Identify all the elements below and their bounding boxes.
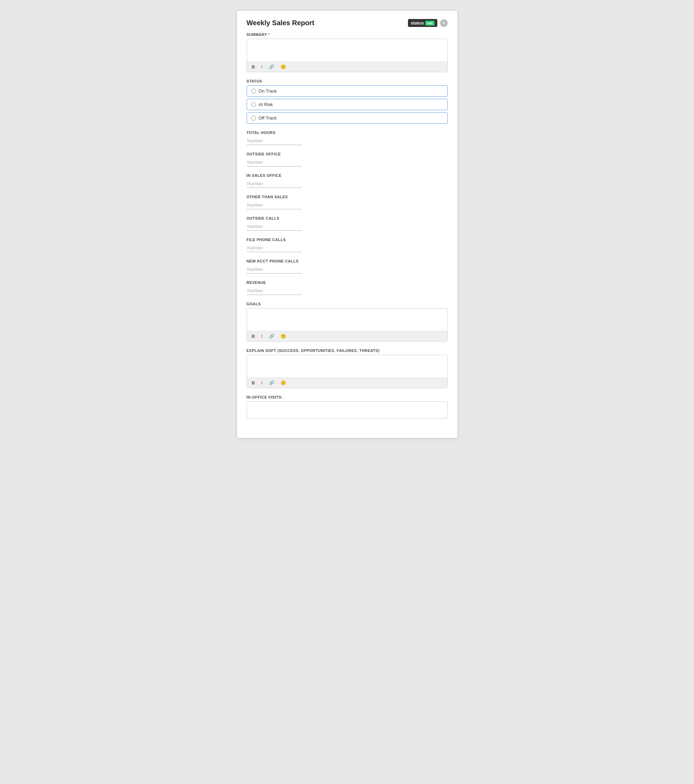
in-sales-office-label: IN SALES OFFICE <box>247 173 448 178</box>
file-phone-calls-input[interactable] <box>247 244 302 252</box>
in-sales-office-field-group: IN SALES OFFICE <box>247 173 448 188</box>
goals-field-group: GOALS B I 🔗 🙂 <box>247 302 448 342</box>
status-field-group: STATUS On Track At Risk Off Track <box>247 79 448 124</box>
goals-italic-button[interactable]: I <box>260 333 264 339</box>
outside-calls-field-group: OUTSIDE CALLS <box>247 216 448 231</box>
goals-link-button[interactable]: 🔗 <box>267 333 276 339</box>
outside-office-input[interactable] <box>247 158 302 166</box>
other-than-sales-field-group: OTHER THAN SALES <box>247 195 448 209</box>
outside-office-input-wrapper <box>247 158 302 166</box>
explain-soft-emoji-button[interactable]: 🙂 <box>279 380 287 386</box>
in-sales-office-input[interactable] <box>247 180 302 188</box>
close-button[interactable]: × <box>440 19 448 27</box>
status-at-risk-label[interactable]: At Risk <box>259 102 273 107</box>
outside-office-label: OUTSIDE OFFICE <box>247 152 448 156</box>
in-office-visits-field-group: IN-OFFICE VISITS: <box>247 395 448 420</box>
revenue-input-wrapper <box>247 287 302 295</box>
explain-soft-label: EXPLAIN SOFT (SUCCESS, OPPORTUNITIES, FA… <box>247 349 448 352</box>
file-phone-calls-label: FILE PHONE CALLS <box>247 238 448 242</box>
outside-calls-input-wrapper <box>247 222 302 231</box>
explain-soft-rich-text: B I 🔗 🙂 <box>247 355 448 388</box>
explain-soft-italic-button[interactable]: I <box>260 380 264 386</box>
new-acct-phone-calls-input-wrapper <box>247 265 302 273</box>
new-acct-phone-calls-field-group: NEW ACCT PHONE CALLS <box>247 259 448 273</box>
other-than-sales-label: OTHER THAN SALES <box>247 195 448 199</box>
explain-soft-textarea[interactable] <box>247 355 447 376</box>
explain-soft-field-group: EXPLAIN SOFT (SUCCESS, OPPORTUNITIES, FA… <box>247 349 448 388</box>
status-option-off-track[interactable]: Off Track <box>247 112 448 124</box>
status-label: STATUS <box>247 79 448 83</box>
status-option-at-risk[interactable]: At Risk <box>247 99 448 110</box>
explain-soft-link-button[interactable]: 🔗 <box>267 380 276 386</box>
goals-label: GOALS <box>247 302 448 306</box>
status-label: status <box>411 20 424 26</box>
summary-textarea[interactable] <box>247 39 447 60</box>
goals-rich-text: B I 🔗 🙂 <box>247 308 448 342</box>
goals-bold-button[interactable]: B <box>251 333 256 339</box>
in-sales-office-input-wrapper <box>247 180 302 188</box>
status-radio-off-track[interactable] <box>251 116 256 120</box>
revenue-input[interactable] <box>247 287 302 295</box>
other-than-sales-input-wrapper <box>247 201 302 209</box>
file-phone-calls-input-wrapper <box>247 244 302 252</box>
explain-soft-bold-button[interactable]: B <box>251 380 256 386</box>
revenue-field-group: REVENUE <box>247 280 448 295</box>
modal-container: Weekly Sales Report status net × SUMMARY… <box>237 10 458 438</box>
summary-rich-text: B I 🔗 🙂 <box>247 39 448 72</box>
goals-emoji-button[interactable]: 🙂 <box>279 333 287 339</box>
new-acct-phone-calls-input[interactable] <box>247 265 302 273</box>
status-option-on-track[interactable]: On Track <box>247 85 448 97</box>
status-on-track-label[interactable]: On Track <box>259 89 277 94</box>
summary-bold-button[interactable]: B <box>251 64 256 70</box>
summary-italic-button[interactable]: I <box>260 64 264 70</box>
file-phone-calls-field-group: FILE PHONE CALLS <box>247 238 448 252</box>
status-off-track-label[interactable]: Off Track <box>259 115 277 120</box>
revenue-label: REVENUE <box>247 280 448 285</box>
total-hours-label: TOTAL HOURS <box>247 130 448 135</box>
header-right: status net × <box>408 19 448 27</box>
summary-link-button[interactable]: 🔗 <box>267 64 276 70</box>
goals-toolbar: B I 🔗 🙂 <box>247 331 447 341</box>
total-hours-field-group: TOTAL HOURS <box>247 130 448 145</box>
outside-calls-label: OUTSIDE CALLS <box>247 216 448 220</box>
explain-soft-toolbar: B I 🔗 🙂 <box>247 377 447 388</box>
goals-textarea[interactable] <box>247 308 447 329</box>
other-than-sales-input[interactable] <box>247 201 302 209</box>
modal-title: Weekly Sales Report <box>247 19 314 27</box>
summary-toolbar: B I 🔗 🙂 <box>247 61 447 72</box>
status-options: On Track At Risk Off Track <box>247 85 448 124</box>
summary-label: SUMMARY* <box>247 33 448 36</box>
outside-calls-input[interactable] <box>247 222 302 231</box>
summary-field-group: SUMMARY* B I 🔗 🙂 <box>247 33 448 72</box>
new-acct-phone-calls-label: NEW ACCT PHONE CALLS <box>247 259 448 263</box>
in-office-visits-label: IN-OFFICE VISITS: <box>247 395 448 399</box>
summary-emoji-button[interactable]: 🙂 <box>279 64 287 70</box>
in-office-visits-textarea[interactable] <box>247 401 448 418</box>
total-hours-input[interactable] <box>247 137 302 145</box>
total-hours-input-wrapper <box>247 137 302 145</box>
required-indicator: * <box>268 33 270 36</box>
status-badge: status net <box>408 19 437 27</box>
modal-header: Weekly Sales Report status net × <box>247 19 448 27</box>
status-radio-on-track[interactable] <box>251 89 256 94</box>
status-radio-at-risk[interactable] <box>251 102 256 107</box>
net-badge: net <box>425 21 435 26</box>
outside-office-field-group: OUTSIDE OFFICE <box>247 152 448 166</box>
